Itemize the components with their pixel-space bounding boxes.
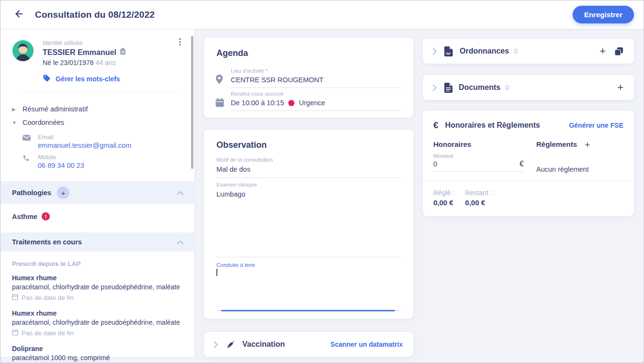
pathology-name: Asthme	[12, 213, 37, 220]
motif-label: Motif de la consultation	[216, 157, 401, 163]
email-value[interactable]: emmanuel.tessier@gmail.com	[38, 142, 131, 149]
ordonnances-card[interactable]: Ordonnances 0 +	[423, 39, 634, 64]
prescription-icon	[444, 46, 453, 56]
chevron-right-icon[interactable]	[432, 48, 437, 55]
add-pathology-button[interactable]: +	[57, 187, 69, 199]
sidebar-scrollbar[interactable]	[191, 36, 193, 169]
identity-used-label: Identité utilisée	[43, 40, 126, 46]
medication-item[interactable]: Humex rhume paracétamol, chlorhydrate de…	[12, 309, 183, 337]
arrow-left-icon	[14, 9, 24, 21]
medication-name: Humex rhume	[12, 309, 183, 317]
phone-icon	[23, 154, 31, 169]
paid-block: Réglé : 0,00 €	[433, 189, 454, 207]
mobile-value[interactable]: 06 89 34 00 23	[38, 162, 84, 169]
patient-name: TESSIER Emmanuel	[43, 48, 116, 57]
amount-field: €	[433, 160, 524, 172]
calendar-icon	[12, 294, 18, 302]
pathologies-section-header[interactable]: Pathologies +	[0, 181, 194, 204]
appointment-tag: Urgence	[299, 99, 325, 107]
no-payment-text: Aucun règlement	[536, 165, 623, 173]
page-title: Consultation du 08/12/2022	[35, 10, 573, 20]
calendar-icon	[213, 88, 231, 111]
syringe-icon	[226, 339, 236, 350]
medication-name: Humex rhume	[12, 274, 183, 282]
chevron-up-icon[interactable]	[177, 238, 184, 246]
paid-label: Réglé :	[433, 189, 454, 197]
scan-datamatrix-link[interactable]: Scanner un datamatrix	[330, 341, 403, 348]
patient-sidebar: ⋮ Identité utilisée	[0, 29, 194, 357]
vaccination-card[interactable]: Vaccination Scanner un datamatrix	[204, 332, 413, 357]
middle-column: Agenda Lieu d'activité * CENTRE SSR ROUG…	[204, 29, 413, 357]
payments-title: Règlements	[536, 140, 577, 148]
add-document-button[interactable]: +	[617, 82, 623, 93]
remaining-value: 0,00 €	[465, 198, 492, 207]
duplicate-icon[interactable]	[614, 47, 623, 56]
avatar	[12, 40, 34, 62]
observation-title: Observation	[216, 140, 401, 150]
medication-item[interactable]: Doliprane paracétamol 1000 mg, comprimé …	[12, 345, 183, 363]
remaining-label: Restant :	[465, 189, 492, 197]
medication-composition: paracétamol, chlorhydrate de pseudoéphéd…	[12, 319, 183, 326]
clipboard-icon[interactable]	[120, 48, 126, 57]
kebab-menu-icon[interactable]: ⋮	[176, 40, 184, 44]
agenda-title: Agenda	[213, 48, 401, 58]
amount-input[interactable]	[433, 160, 520, 168]
email-label: Email	[38, 133, 131, 141]
pathologies-title: Pathologies	[12, 189, 51, 197]
resume-administratif-label: Résumé administratif	[23, 105, 88, 113]
documents-card[interactable]: Documents 0 +	[423, 75, 634, 100]
observation-card: Observation Motif de la consultation Mal…	[204, 130, 413, 319]
motif-field[interactable]: Motif de la consultation Mal de dos	[216, 157, 401, 178]
examen-value: Lumbago	[216, 190, 401, 198]
urgence-dot-icon	[288, 100, 294, 106]
montant-label: Montant	[433, 153, 524, 159]
chevron-right-icon[interactable]	[214, 341, 218, 348]
vaccination-title: Vaccination	[242, 340, 285, 349]
save-button[interactable]: Enregistrer	[573, 6, 634, 23]
location-label: Lieu d'activité *	[231, 68, 401, 74]
documents-title: Documents	[459, 83, 500, 92]
caret-right-icon: ▶	[12, 107, 17, 112]
patient-birthdate: Né le 23/01/1978	[43, 59, 94, 66]
medication-item[interactable]: Humex rhume paracétamol, chlorhydrate de…	[12, 274, 183, 302]
consultation-page: Consultation du 08/12/2022 Enregistrer ⋮	[0, 0, 644, 363]
location-field[interactable]: Lieu d'activité * CENTRE SSR ROUGEMONT	[213, 65, 401, 88]
euro-icon: €	[433, 120, 439, 131]
appointment-time: De 10:00 à 10:15	[231, 99, 284, 107]
manage-keywords-label: Gérer les mots-clefs	[56, 75, 120, 83]
generer-fse-link[interactable]: Générer une FSE	[569, 121, 623, 129]
patient-identity-block: ⋮ Identité utilisée	[0, 29, 194, 95]
caret-down-icon: ▼	[12, 120, 17, 125]
appointment-field[interactable]: Rendez-vous associé De 10:00 à 10:15 Urg…	[213, 88, 401, 111]
manage-keywords-link[interactable]: Gérer les mots-clefs	[43, 74, 183, 84]
appointment-label: Rendez-vous associé	[231, 91, 401, 97]
medication-composition: paracétamol 1000 mg, comprimé	[12, 354, 183, 362]
email-row: Email emmanuel.tessier@gmail.com	[23, 133, 183, 149]
treatments-section-header[interactable]: Traitements en cours	[0, 232, 194, 252]
back-button[interactable]	[14, 9, 24, 21]
location-value: CENTRE SSR ROUGEMONT	[231, 76, 401, 84]
conduite-field[interactable]: Conduite à tenir	[216, 262, 401, 311]
examen-field[interactable]: Examen clinique Lumbago	[216, 182, 401, 257]
tag-icon	[43, 74, 51, 84]
topbar: Consultation du 08/12/2022 Enregistrer	[0, 0, 644, 29]
focused-underline	[221, 310, 395, 311]
pathology-item[interactable]: Asthme !	[0, 204, 194, 229]
patient-age: 44 ans	[96, 59, 116, 66]
paid-value: 0,00 €	[433, 198, 454, 207]
medication-end-date: Pas de date de fin	[22, 330, 74, 337]
chevron-right-icon[interactable]	[432, 84, 437, 91]
divider	[23, 92, 176, 93]
warning-icon: !	[42, 212, 50, 220]
add-ordonnance-button[interactable]: +	[599, 46, 606, 56]
chevron-up-icon[interactable]	[177, 188, 184, 197]
resume-administratif-toggle[interactable]: ▶ Résumé administratif	[12, 102, 183, 116]
document-icon	[444, 83, 452, 93]
mobile-label: Mobile	[38, 154, 84, 161]
add-payment-button[interactable]: +	[579, 140, 590, 149]
coordonnees-toggle[interactable]: ▼ Coordonnées	[12, 116, 183, 129]
treatments-list: Prescrit depuis le LAP Humex rhume parac…	[0, 252, 194, 363]
remaining-block: Restant : 0,00 €	[465, 189, 492, 207]
examen-label: Examen clinique	[216, 182, 401, 187]
fees-title: Honoraires	[433, 140, 524, 148]
